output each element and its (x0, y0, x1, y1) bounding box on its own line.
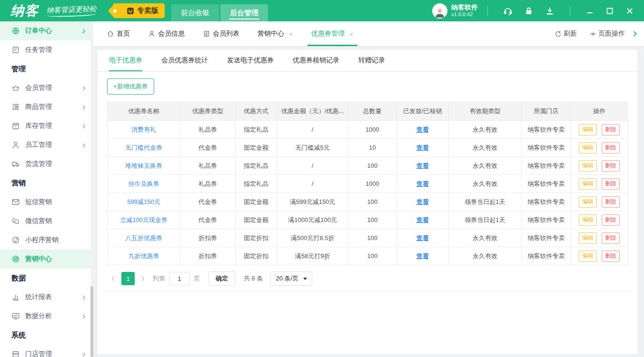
close-tab-icon[interactable]: × (289, 30, 293, 38)
minimize-button[interactable] (586, 7, 594, 15)
lock-icon[interactable] (524, 6, 534, 16)
add-coupon-button[interactable]: +新增优惠券 (107, 78, 154, 95)
delete-button[interactable]: 删除 (602, 196, 620, 208)
maximize-button[interactable] (606, 7, 614, 15)
coupon-name-link[interactable]: 消费有礼 (131, 126, 156, 133)
delete-button[interactable]: 删除 (602, 251, 620, 262)
sidebar-scrollbar[interactable] (90, 21, 93, 357)
open-page-tab[interactable]: 会员列表 (203, 21, 239, 46)
table-header-cell: 优惠金额（元）/优惠... (277, 102, 348, 121)
support-headset-icon[interactable] (503, 6, 513, 16)
view-issued-link[interactable]: 查看 (416, 144, 429, 151)
delete-button[interactable]: 删除 (602, 124, 620, 135)
coupon-subtab[interactable]: 优惠券核销记录 (293, 50, 339, 71)
delete-button[interactable]: 删除 (602, 142, 620, 154)
table-row: 堆堆袜兑换券礼品券指定礼品/100查看永久有效纳客软件专卖编辑删除 (108, 157, 628, 175)
view-issued-link[interactable]: 查看 (416, 252, 429, 260)
edit-button[interactable]: 编辑 (579, 178, 597, 190)
validity-type-cell: 永久有效 (448, 229, 521, 247)
edit-button[interactable]: 编辑 (579, 142, 597, 154)
next-page-icon[interactable] (139, 275, 146, 282)
sidebar-item[interactable]: 员工管理 (0, 135, 93, 154)
coupon-subtab[interactable]: 会员优惠券统计 (161, 50, 208, 71)
delete-button[interactable]: 删除 (602, 160, 620, 172)
page-actions-button[interactable]: 页面操作 (589, 29, 625, 38)
sidebar-item[interactable]: 订单中心 (0, 21, 93, 40)
page-actions-label: 页面操作 (598, 29, 625, 38)
sidebar-section-label: 营销 (0, 174, 93, 193)
view-issued-link[interactable]: 查看 (416, 180, 429, 187)
view-issued-link[interactable]: 查看 (416, 234, 429, 241)
coupon-table: 优惠券名称优惠券类型优惠方式优惠金额（元）/优惠...总数量已发放/已核销有效期… (107, 102, 628, 265)
current-page-button[interactable]: 1 (121, 272, 135, 285)
open-page-tab[interactable]: 会员信息 (148, 21, 185, 46)
avatar[interactable] (432, 3, 447, 19)
tabbar-expand-chevron-icon[interactable] (632, 30, 638, 37)
open-page-tab[interactable]: 首页 (107, 21, 130, 46)
sidebar-item-label: 统计报表 (25, 293, 52, 301)
coupon-name-link[interactable]: 九折优惠券 (129, 252, 159, 260)
download-icon[interactable] (545, 6, 555, 16)
app-version: v1.0.0.42 (451, 11, 478, 18)
delete-button[interactable]: 删除 (602, 214, 620, 226)
refresh-button[interactable]: 刷新 (555, 29, 577, 38)
open-page-tab[interactable]: 营销中心× (258, 21, 293, 46)
close-window-button[interactable] (626, 7, 634, 15)
sidebar-item[interactable]: 商品管理 (0, 97, 93, 116)
edit-button[interactable]: 编辑 (579, 251, 597, 262)
view-issued-link[interactable]: 查看 (416, 198, 429, 205)
store-cell: 纳客软件专卖 (521, 121, 571, 139)
goto-confirm-button[interactable]: 确定 (208, 271, 235, 286)
prev-page-icon[interactable] (110, 275, 117, 282)
sidebar-item[interactable]: 短信营销 (0, 193, 93, 212)
table-row: 立减100元现金券代金券固定金额满1000元减100元100查看领券当日起1天纳… (108, 211, 628, 229)
table-row: 599减150元代金券固定金额满599元减150元100查看领券当日起1天纳客软… (108, 193, 628, 211)
sidebar-item[interactable]: 数据分析 (0, 307, 93, 326)
edit-button[interactable]: 编辑 (579, 160, 597, 172)
coupon-name-link[interactable]: 八五折优惠券 (125, 234, 162, 241)
sidebar-item[interactable]: 会员管理 (0, 78, 93, 97)
view-issued-link[interactable]: 查看 (416, 126, 429, 133)
coupon-name-link[interactable]: 丝巾兑换券 (129, 180, 159, 187)
topnav-item[interactable]: 前台收银 (171, 4, 219, 21)
view-issued-link[interactable]: 查看 (416, 162, 429, 169)
sidebar-section-label: 管理 (0, 59, 93, 78)
coupon-subtab[interactable]: 转赠记录 (358, 50, 385, 71)
coupon-name-link[interactable]: 堆堆袜兑换券 (125, 162, 162, 169)
sidebar-item[interactable]: 货流管理 (0, 154, 93, 174)
page-size-select[interactable]: 20 条/页 (270, 271, 312, 286)
sidebar-item[interactable]: 营销中心 (0, 250, 93, 269)
badge-hole (113, 9, 117, 12)
sidebar-item[interactable]: 门店管理 (0, 345, 93, 357)
store-cell: 纳客软件专卖 (521, 139, 571, 157)
table-header-cell: 优惠券名称 (108, 102, 180, 121)
delete-button[interactable]: 删除 (602, 178, 620, 190)
chevron-right-icon (81, 28, 87, 34)
table-header-cell: 有效期类型 (448, 102, 521, 121)
goto-page-input[interactable] (169, 272, 190, 285)
sidebar-item[interactable]: 小程序营销 (0, 231, 93, 250)
edit-button[interactable]: 编辑 (579, 196, 597, 208)
topbar-divider-2 (570, 6, 570, 16)
close-tab-icon[interactable]: × (349, 30, 354, 38)
edit-button[interactable]: 编辑 (579, 124, 597, 135)
coupon-subtab[interactable]: 电子优惠券 (109, 50, 142, 71)
sidebar-scrollbar-thumb[interactable] (90, 286, 93, 357)
coupon-subtab[interactable]: 发送电子优惠券 (227, 50, 274, 71)
sidebar-item[interactable]: 统计报表 (0, 288, 93, 307)
sidebar-item[interactable]: 微信营销 (0, 212, 93, 231)
topnav-item[interactable]: 后台管理 (220, 4, 268, 21)
tab-label: 会员列表 (213, 29, 239, 38)
sidebar-item[interactable]: 任务管理 (0, 40, 93, 59)
coupon-name-link[interactable]: 无门槛代金券 (125, 144, 162, 151)
delete-button[interactable]: 删除 (602, 232, 620, 244)
coupon-name-link[interactable]: 立减100元现金券 (120, 216, 168, 223)
edition-badge: 专卖版 (113, 3, 165, 18)
sidebar-item[interactable]: 库存管理 (0, 116, 93, 135)
coupon-name-link[interactable]: 599减150元 (127, 198, 160, 205)
edit-button[interactable]: 编辑 (579, 214, 597, 226)
open-page-tab[interactable]: 优惠券管理× (311, 21, 354, 46)
edit-button[interactable]: 编辑 (579, 232, 597, 244)
view-issued-link[interactable]: 查看 (416, 216, 429, 223)
validity-type-cell: 永久有效 (448, 121, 521, 139)
